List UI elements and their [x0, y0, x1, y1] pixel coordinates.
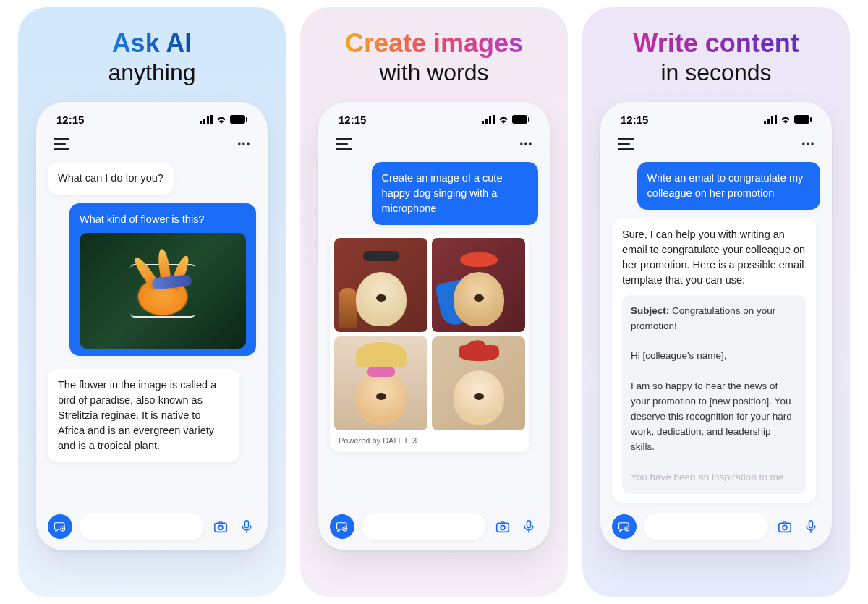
- generated-image-3[interactable]: [334, 336, 427, 430]
- status-right: [764, 115, 812, 124]
- generated-image-1[interactable]: [334, 238, 427, 332]
- input-bar: [45, 507, 259, 540]
- input-bar: [327, 507, 541, 540]
- more-icon[interactable]: ···: [237, 135, 250, 153]
- headline-line2: with words: [345, 59, 523, 86]
- svg-rect-10: [482, 121, 484, 124]
- ai-response-intro: Sure, I can help you with writing an ema…: [622, 227, 806, 288]
- svg-rect-5: [246, 117, 247, 122]
- svg-rect-17: [497, 523, 509, 532]
- app-top-bar: ···: [45, 132, 259, 162]
- svg-rect-1: [203, 119, 205, 124]
- phone-mockup: 12:15 ··· What can I do for you? What ki…: [36, 102, 268, 550]
- svg-point-28: [783, 525, 787, 529]
- message-input[interactable]: [644, 513, 768, 540]
- status-time: 12:15: [339, 114, 366, 126]
- svg-rect-13: [493, 115, 495, 124]
- camera-icon[interactable]: [775, 517, 794, 536]
- ai-response: Sure, I can help you with writing an ema…: [612, 218, 816, 503]
- headline: Create images with words: [345, 29, 523, 86]
- generated-image-2[interactable]: [432, 238, 525, 332]
- uploaded-image: [80, 233, 246, 349]
- generated-images-card: Powered by DALL·E 3: [330, 234, 529, 452]
- svg-rect-19: [527, 520, 531, 527]
- battery-icon: [794, 115, 812, 124]
- wifi-icon: [216, 115, 227, 124]
- headline-line2: anything: [109, 59, 196, 86]
- headline-line2: in seconds: [633, 59, 799, 86]
- status-time: 12:15: [56, 114, 84, 126]
- svg-rect-24: [794, 115, 809, 124]
- svg-rect-7: [215, 523, 227, 532]
- status-bar: 12:15: [45, 114, 259, 132]
- ai-message: What can I do for you?: [48, 162, 174, 195]
- battery-icon: [512, 115, 529, 124]
- powered-by-label: Powered by DALL·E 3: [334, 430, 525, 448]
- user-message-with-image: What kind of flower is this?: [69, 203, 256, 356]
- svg-rect-12: [489, 116, 491, 124]
- menu-icon[interactable]: [336, 138, 352, 150]
- svg-rect-15: [528, 117, 529, 122]
- microphone-icon[interactable]: [519, 517, 538, 536]
- headline: Ask AI anything: [109, 29, 196, 86]
- battery-icon: [230, 115, 247, 124]
- email-template: Subject: Congratulations on your promoti…: [622, 295, 806, 494]
- more-icon[interactable]: ···: [519, 135, 532, 153]
- message-input[interactable]: [362, 513, 486, 540]
- svg-rect-20: [764, 121, 766, 124]
- email-subject-line: Subject: Congratulations on your promoti…: [631, 304, 797, 334]
- svg-rect-27: [779, 523, 791, 532]
- chat-area: Write an email to congratulate my collea…: [609, 162, 823, 507]
- svg-rect-11: [485, 119, 488, 124]
- svg-rect-14: [512, 115, 527, 124]
- new-chat-button[interactable]: [48, 514, 72, 539]
- more-icon[interactable]: ···: [801, 135, 814, 153]
- status-bar: 12:15: [327, 114, 541, 132]
- promo-panel-ask-ai: Ask AI anything 12:15 ··· What can I do …: [18, 7, 286, 597]
- phone-mockup: 12:15 ··· Write an email to congratulate…: [600, 102, 832, 550]
- email-greeting: Hi [colleague's name],: [631, 349, 797, 364]
- chat-area: Create an image of a cute happy dog sing…: [327, 162, 541, 507]
- microphone-icon[interactable]: [237, 517, 256, 536]
- app-top-bar: ···: [609, 132, 823, 162]
- user-message: Write an email to congratulate my collea…: [637, 162, 820, 210]
- promo-panel-write-content: Write content in seconds 12:15 ··· Write…: [582, 7, 850, 597]
- ai-response: The flower in the image is called a bird…: [48, 369, 239, 462]
- svg-rect-21: [767, 119, 770, 124]
- promo-panel-create-images: Create images with words 12:15 ··· Creat…: [300, 7, 568, 597]
- camera-icon[interactable]: [493, 517, 512, 536]
- new-chat-button[interactable]: [612, 514, 637, 539]
- svg-rect-25: [810, 117, 812, 122]
- svg-rect-4: [230, 115, 245, 124]
- status-right: [482, 115, 529, 124]
- camera-icon[interactable]: [211, 517, 230, 536]
- svg-rect-3: [210, 115, 213, 124]
- headline: Write content in seconds: [633, 29, 799, 86]
- svg-point-18: [501, 525, 505, 529]
- status-right: [200, 115, 247, 124]
- app-top-bar: ···: [327, 132, 541, 162]
- email-body-1: I am so happy to hear the news of your p…: [631, 379, 797, 455]
- headline-line1: Write content: [633, 29, 799, 58]
- input-bar: [609, 507, 823, 540]
- status-time: 12:15: [621, 114, 648, 126]
- user-message-text: What kind of flower is this?: [80, 212, 246, 227]
- image-grid: [334, 238, 525, 430]
- email-body-2: You have been an inspiration to me: [631, 470, 797, 485]
- wifi-icon: [780, 115, 791, 124]
- status-bar: 12:15: [609, 114, 823, 132]
- headline-line1: Ask AI: [109, 29, 196, 58]
- user-message: Create an image of a cute happy dog sing…: [372, 162, 538, 225]
- svg-rect-2: [207, 116, 209, 124]
- message-input[interactable]: [80, 513, 204, 540]
- svg-rect-23: [775, 115, 777, 124]
- svg-rect-22: [771, 116, 773, 124]
- svg-point-8: [218, 525, 223, 529]
- new-chat-button[interactable]: [330, 514, 354, 539]
- menu-icon[interactable]: [618, 138, 634, 150]
- microphone-icon[interactable]: [801, 517, 820, 536]
- email-subject-label: Subject:: [631, 305, 669, 316]
- menu-icon[interactable]: [54, 138, 69, 150]
- generated-image-4[interactable]: [432, 336, 525, 430]
- headline-line1: Create images: [345, 29, 523, 58]
